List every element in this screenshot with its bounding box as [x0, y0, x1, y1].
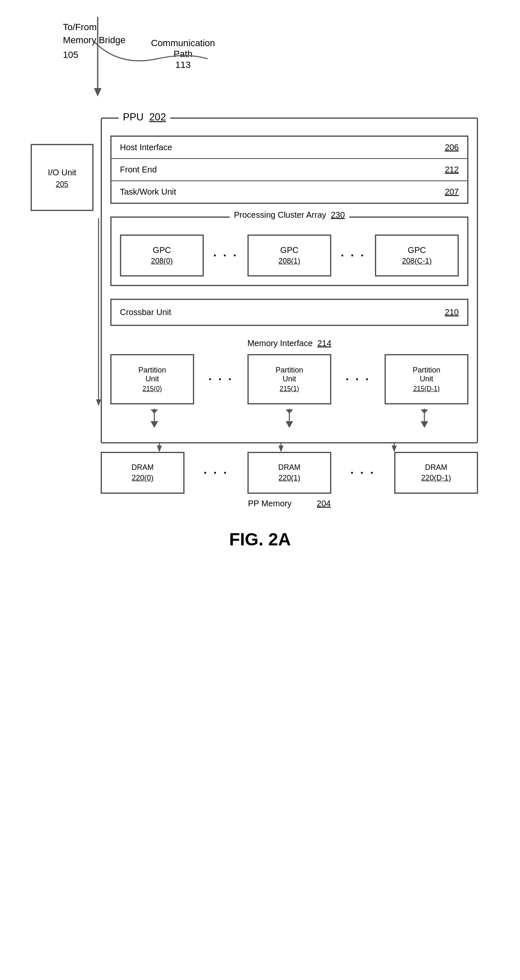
comm-path-arrow	[94, 34, 220, 84]
dram-box-1: DRAM 220(1)	[247, 452, 331, 494]
crossbar-ref: 210	[445, 308, 459, 317]
partition-unit-0: Partition Unit 215(0)	[110, 354, 194, 404]
interface-stack: Host Interface 206 Front End 212 Task/Wo…	[110, 136, 468, 204]
svg-marker-34	[421, 421, 428, 428]
front-end-row: Front End 212	[112, 159, 467, 181]
task-work-ref: 207	[445, 187, 459, 197]
svg-marker-1	[94, 88, 101, 96]
gpc-box-1: GPC 208(1)	[247, 235, 331, 276]
dram-box-d1: DRAM 220(D-1)	[394, 452, 478, 494]
gpc-box-c1: GPC 208(C-1)	[375, 235, 459, 276]
svg-marker-35	[421, 409, 428, 414]
svg-marker-32	[286, 409, 293, 414]
ppu-label: PPU 202	[119, 111, 170, 123]
host-interface-row: Host Interface 206	[112, 137, 467, 159]
partition-ellipsis: · · ·	[208, 373, 233, 386]
host-interface-label: Host Interface	[120, 143, 172, 152]
svg-marker-31	[286, 421, 293, 428]
crossbar-box: Crossbar Unit 210	[110, 299, 468, 326]
task-work-row: Task/Work Unit 207	[112, 181, 467, 203]
gpc-row: GPC 208(0) · · · GPC 208(1) · · · GPC 20…	[120, 235, 459, 276]
svg-marker-16	[278, 446, 283, 452]
dram-box-0: DRAM 220(0)	[101, 452, 185, 494]
dram-ellipsis-2: · · ·	[351, 466, 375, 480]
svg-marker-19	[392, 446, 397, 452]
memory-interface-label: Memory Interface 214	[110, 339, 468, 348]
figure-label: FIG. 2A	[229, 529, 291, 550]
partition-unit-d1: Partition Unit 215(D-1)	[385, 354, 468, 404]
front-end-ref: 212	[445, 165, 459, 175]
partition-units-row: Partition Unit 215(0) · · · Partition Un…	[110, 354, 468, 404]
gpc-ellipsis-right: · · ·	[341, 249, 366, 262]
dram-ellipsis: · · ·	[204, 466, 229, 480]
partition-ellipsis-2: · · ·	[346, 373, 370, 386]
svg-marker-13	[157, 446, 162, 452]
dram-row: DRAM 220(0) · · · DRAM 220(1) · · · DRAM…	[101, 452, 478, 494]
pp-memory-label: PP Memory 204	[101, 499, 478, 508]
task-work-label: Task/Work Unit	[120, 187, 176, 197]
partition-unit-1: Partition Unit 215(1)	[247, 354, 331, 404]
partition-to-dram-arrows	[110, 409, 468, 430]
svg-marker-28	[151, 421, 158, 428]
crossbar-label: Crossbar Unit	[120, 308, 171, 317]
svg-marker-29	[151, 409, 158, 414]
processing-cluster-box: Processing Cluster Array 230 GPC 208(0) …	[110, 216, 468, 286]
gpc-box-0: GPC 208(0)	[120, 235, 204, 276]
processing-cluster-label: Processing Cluster Array 230	[230, 210, 349, 220]
front-end-label: Front End	[120, 165, 157, 175]
io-unit-box: I/O Unit 205	[31, 144, 94, 211]
host-interface-ref: 206	[445, 143, 459, 152]
gpc-ellipsis-left: · · ·	[213, 249, 238, 262]
